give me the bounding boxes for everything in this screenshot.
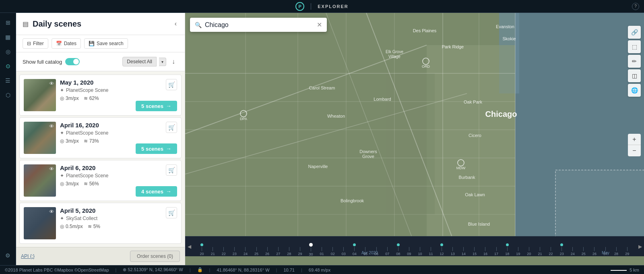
add-to-cart-button[interactable]: 🛒 (166, 164, 177, 176)
dates-button[interactable]: 📅 Dates (52, 38, 81, 49)
add-to-cart-button[interactable]: 🛒 (166, 79, 177, 90)
timeline-tick[interactable]: 28 (611, 243, 622, 256)
app-title: EXPLORER (318, 4, 349, 9)
search-clear-button[interactable]: ✕ (317, 21, 322, 29)
search-input[interactable] (205, 21, 314, 29)
timeline-tick[interactable]: 08 (393, 243, 404, 256)
tick-dot (440, 243, 443, 246)
timeline-tick[interactable]: 19 (513, 243, 524, 256)
timeline-tick[interactable]: 02 (327, 243, 338, 256)
filter-button[interactable]: ⊟ Filter (23, 38, 48, 49)
timeline-tick[interactable]: 06 (371, 243, 382, 256)
timeline-tick[interactable]: 14 (458, 243, 469, 256)
catalog-toggle-switch[interactable] (65, 58, 80, 65)
timeline-tick[interactable]: 22 (545, 243, 556, 256)
timeline-tick[interactable]: 03 (338, 243, 349, 256)
tick-line (496, 247, 497, 251)
eye-icon[interactable]: 👁 (49, 123, 54, 129)
svg-text:Skokie: Skokie (502, 36, 516, 41)
timeline-next-button[interactable]: ▶ (636, 244, 644, 249)
timeline-tick[interactable]: 07 (382, 243, 393, 256)
tick-label: 06 (374, 252, 378, 256)
timeline-tick[interactable]: 25 (578, 243, 589, 256)
timeline-tick[interactable]: 30 (305, 243, 316, 256)
sidebar-item-orders[interactable]: ☰ (2, 74, 14, 87)
timeline-tick[interactable]: 23 (229, 243, 240, 256)
deselect-dropdown-button[interactable]: ▾ (159, 58, 166, 66)
add-to-cart-button[interactable]: 🛒 (166, 122, 177, 133)
tick-dot-empty (615, 243, 618, 246)
timeline-tick[interactable]: 01 (316, 243, 327, 256)
tick-label: 29 (298, 252, 302, 256)
timeline-tick[interactable]: 21 (535, 243, 545, 256)
timeline-tick[interactable]: 20 (524, 243, 535, 256)
globe-tool-button[interactable]: 🌐 (628, 84, 641, 97)
api-link[interactable]: API {:} (21, 253, 35, 259)
timeline-tick[interactable]: 37 (600, 243, 611, 256)
scene-type-icon: ✦ (60, 130, 64, 136)
timeline-tick[interactable]: 21 (207, 243, 218, 256)
cloud-meta: ≋ 62% (84, 95, 99, 101)
sidebar-item-scenes[interactable]: ⊙ (2, 60, 14, 73)
tick-label: 23 (560, 252, 564, 256)
timeline-tick[interactable]: 26 (262, 243, 273, 256)
view-scenes-button[interactable]: 5 scenes → (136, 101, 177, 111)
order-scenes-button[interactable]: Order scenes (0) (130, 251, 180, 262)
timeline-tick[interactable]: 27 (273, 243, 284, 256)
timeline-tick[interactable]: 24 (567, 243, 578, 256)
link-tool-button[interactable]: 🔗 (628, 26, 641, 39)
zoom-in-button[interactable]: + (628, 134, 641, 145)
add-to-cart-button[interactable]: 🛒 (166, 207, 177, 218)
timeline-tick[interactable]: 04 (349, 243, 360, 256)
sidebar-item-settings[interactable]: ⚙ (2, 249, 14, 262)
sidebar-item-location[interactable]: ◎ (2, 45, 14, 58)
timeline-tick[interactable]: 22 (218, 243, 229, 256)
selection-tool-button[interactable]: ⬚ (628, 40, 641, 53)
sidebar-item-basemap[interactable]: ⬡ (2, 89, 14, 102)
timeline-tick[interactable]: 20 (196, 243, 207, 256)
draw-tool-button[interactable]: ✏ (628, 55, 641, 68)
timeline-tick[interactable]: 25 (251, 243, 262, 256)
tick-dot-empty (320, 243, 323, 246)
resolution-meta: ◎ 3m/px (60, 138, 79, 144)
timeline-tick[interactable]: 18 (502, 243, 513, 256)
tick-line (540, 247, 540, 251)
view-scenes-button[interactable]: 5 scenes → (136, 143, 177, 154)
timeline-tick[interactable]: 09 (404, 243, 415, 256)
sidebar-item-grid[interactable]: ▦ (2, 31, 14, 44)
svg-text:Wheaton: Wheaton (327, 114, 345, 118)
deselect-all-button[interactable]: Deselect All (122, 57, 157, 66)
save-search-button[interactable]: 💾 Save search (84, 38, 128, 49)
sort-button[interactable]: ↓ (169, 56, 178, 67)
scene-item: 👁 April 16, 2020 ✦ PlanetScope Scene ◎ 3… (19, 117, 182, 158)
resolution-icon: ◎ (60, 138, 64, 144)
timeline-tick[interactable]: 29 (622, 243, 633, 256)
zoom-out-button[interactable]: − (628, 145, 641, 156)
scene-type: ✦ SkySat Collect (60, 216, 177, 221)
help-button[interactable]: ? (632, 3, 639, 10)
eye-icon[interactable]: 👁 (49, 209, 54, 215)
timeline-tick[interactable]: 23 (556, 243, 567, 256)
timeline-tick[interactable]: 28 (284, 243, 295, 256)
timeline-tick[interactable]: 16 (480, 243, 491, 256)
panel-collapse-button[interactable]: ‹ (173, 19, 178, 29)
eye-icon[interactable]: 👁 (49, 81, 54, 87)
timeline-tick[interactable]: 17 (491, 243, 502, 256)
timeline-tick[interactable]: 24 (240, 243, 251, 256)
timeline-tick[interactable]: 12 (436, 243, 447, 256)
timeline-tick[interactable]: 13 (447, 243, 458, 256)
layers-tool-button[interactable]: ◫ (628, 69, 641, 82)
timeline-tick[interactable]: 05 (360, 243, 371, 256)
timeline-tick[interactable]: 10 (415, 243, 425, 256)
scene-date: April 5, 2020 (60, 207, 177, 214)
timeline-tick[interactable]: 26 (589, 243, 600, 256)
tick-label: 14 (462, 252, 466, 256)
timeline-tick[interactable]: 15 (469, 243, 480, 256)
sidebar-item-layers[interactable]: ⊞ (2, 16, 14, 29)
view-scenes-button[interactable]: 4 scenes → (136, 186, 177, 197)
map-area[interactable]: 🔍 ✕ (185, 13, 644, 265)
eye-icon[interactable]: 👁 (49, 166, 54, 172)
timeline-tick[interactable]: 11 (425, 243, 436, 256)
timeline-prev-button[interactable]: ◀ (185, 244, 193, 249)
timeline-tick[interactable]: 29 (295, 243, 305, 256)
